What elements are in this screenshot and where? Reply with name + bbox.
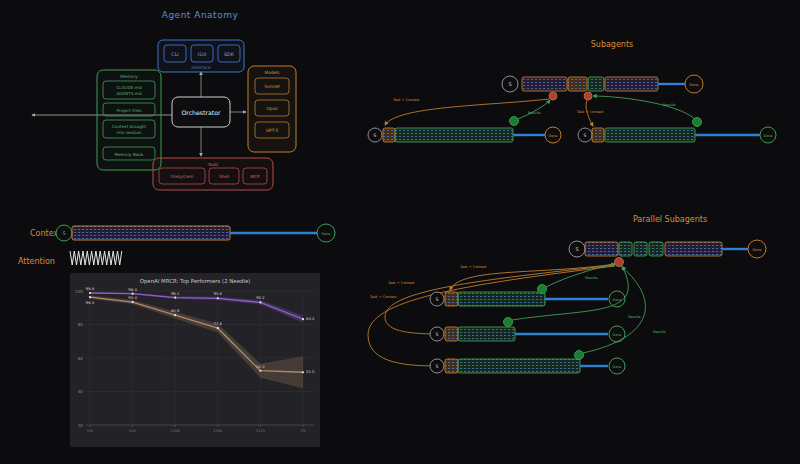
parallel-fork-dot: [615, 258, 624, 267]
parallel-row2-done-label: Done: [613, 333, 622, 337]
models-item-gpt5: GPT-5: [266, 128, 279, 133]
results-dot-2: [693, 118, 702, 127]
parallel-task-context-label-3: Task + Context: [369, 295, 397, 299]
chart-point-brown: [132, 301, 134, 303]
parallel-task-context-label-2: Task + Context: [387, 281, 415, 285]
subagents-main-done-label: Done: [690, 83, 699, 87]
attention-label: Attention: [18, 257, 55, 266]
parallel-row1-start-label: S: [436, 297, 439, 302]
chart-point-label-brown: 51.5: [306, 369, 315, 374]
memory-item-context-line2: into session: [117, 130, 142, 135]
subagent1-start-label: S: [374, 133, 377, 138]
tools-item-mcp: MCP: [250, 174, 260, 179]
chart-point-label-brown: 93.4: [128, 295, 137, 300]
chart-point-label-brown: 85.6: [171, 308, 180, 313]
parallel-results-label-1: Results: [585, 276, 598, 280]
parallel-results-label-2: Results: [628, 315, 641, 319]
chart-point-brown: [174, 314, 176, 316]
chart-xtick-label: 1M: [300, 428, 306, 433]
fork-dot-2: [584, 92, 592, 100]
subagents-main-start-label: S: [508, 81, 511, 87]
memory-item-project-files: Project Files: [117, 108, 142, 113]
chart-ytick-label: 60: [78, 356, 84, 361]
results-dot-1: [510, 117, 519, 126]
parallel-main-timeline: S Done: [569, 240, 766, 267]
models-group: Models Sonnet Opus GPT-5: [248, 66, 296, 152]
subagent2-done-label: Done: [764, 134, 773, 138]
attention-zigzag: [70, 251, 122, 265]
subagent1-done-label: Done: [549, 134, 558, 138]
memory-item-context-line1: Context brought: [112, 124, 147, 129]
chart-ytick-label: 20: [78, 423, 84, 428]
parallel-row-3: S Done Results: [430, 267, 666, 374]
subagent2-start-label: S: [584, 133, 587, 138]
chart-ytick-label: 100: [75, 289, 83, 294]
chart-point-purple: [174, 296, 176, 298]
parallel-task-context-label-1: Task + Context: [459, 265, 487, 269]
chart-xtick-label: 256k: [213, 428, 223, 433]
chart-point-purple: [89, 292, 91, 294]
orchestrator-node: Orchestrator: [172, 97, 230, 127]
interface-group: CLI GUI SDK Interface: [158, 40, 244, 72]
context-done-label: Done: [322, 232, 331, 236]
task-context-label-1: Task + Context: [392, 98, 420, 102]
chart-point-purple: [302, 318, 304, 320]
results-label-2: Results: [663, 103, 676, 107]
agent-anatomy-title: Agent Anatomy: [162, 10, 239, 20]
context-bar: [72, 226, 230, 240]
interface-item-gui: GUI: [198, 52, 207, 57]
fork-dot-1: [549, 92, 557, 100]
parallel-row2-start-label: S: [436, 332, 439, 337]
chart-ytick-label: 40: [78, 389, 84, 394]
parallel-row3-done-label: Done: [613, 365, 622, 369]
agent-anatomy-panel: Agent Anatomy CLI GUI SDK Interface Memo…: [0, 0, 340, 200]
chart-band-brown: [90, 296, 303, 389]
subagent-row-1: Task + Context S Done Results: [368, 98, 561, 143]
parallel-row-1: S Done Results: [430, 264, 625, 307]
chart-point-label-purple: 93.2: [256, 295, 265, 300]
chart-xtick-label: 32k: [86, 428, 94, 433]
tools-group: Tools Filesystem Shell MCP: [153, 158, 273, 190]
chart-point-label-purple: 95.6: [214, 291, 223, 296]
interface-item-sdk: SDK: [224, 52, 235, 57]
tools-item-shell: Shell: [219, 174, 229, 179]
chart-point-label-brown: 77.8: [214, 321, 223, 326]
models-item-sonnet: Sonnet: [264, 84, 280, 89]
context-start-label: S: [62, 230, 65, 236]
chart-point-label-purple: 83.2: [306, 316, 315, 321]
chart-title: OpenAI MRCR: Top Performers (2 Needle): [140, 278, 251, 285]
parallel-row3-start-label: S: [436, 364, 439, 369]
parallel-main-start-label: S: [575, 246, 578, 252]
chart-point-brown: [89, 296, 91, 298]
mrcr-chart-panel: OpenAI MRCR: Top Performers (2 Needle) 1…: [70, 273, 320, 447]
mrcr-chart: OpenAI MRCR: Top Performers (2 Needle) 1…: [70, 273, 320, 447]
models-label: Models: [264, 70, 280, 75]
chart-point-purple: [217, 297, 219, 299]
chart-xtick-label: 128k: [170, 428, 180, 433]
chart-ytick-label: 80: [78, 322, 84, 327]
parallel-subagents-title: Parallel Subagents: [633, 215, 707, 224]
chart-xtick-label: 64k: [129, 428, 137, 433]
interface-item-cli: CLI: [171, 52, 178, 57]
orchestrator-label: Orchestrator: [181, 109, 221, 116]
task-context-label-2: Task + Context: [576, 110, 604, 114]
subagent-row-2: Task + Context S Done Results: [576, 96, 776, 143]
memory-group: Memory CLAUDE.md AGENTS.md Project Files…: [97, 70, 161, 170]
chart-point-brown: [302, 371, 304, 373]
memory-item-memory-bank: Memory Bank: [115, 152, 144, 157]
chart-point-label-brown: 52.4: [256, 364, 265, 369]
models-item-opus: Opus: [266, 106, 278, 111]
subagents-panel: Subagents S Done Task + Context S Done R…: [355, 30, 800, 175]
tools-item-filesystem: Filesystem: [171, 174, 194, 179]
results-label-1: Results: [528, 111, 541, 115]
chart-point-purple: [259, 301, 261, 303]
subagents-title: Subagents: [591, 40, 634, 49]
chart-point-label-purple: 98.8: [86, 286, 95, 291]
context-attention-panel: Context S Done Attention: [10, 210, 350, 275]
chart-point-label-purple: 98.4: [128, 287, 137, 292]
parallel-main-done-label: Done: [753, 248, 762, 252]
chart-xtick-label: 512k: [256, 428, 266, 433]
memory-item-claude-md-line2: AGENTS.md: [116, 91, 141, 96]
parallel-subagents-panel: Parallel Subagents S Done Task + Context…: [360, 205, 800, 405]
memory-label: Memory: [120, 74, 138, 79]
